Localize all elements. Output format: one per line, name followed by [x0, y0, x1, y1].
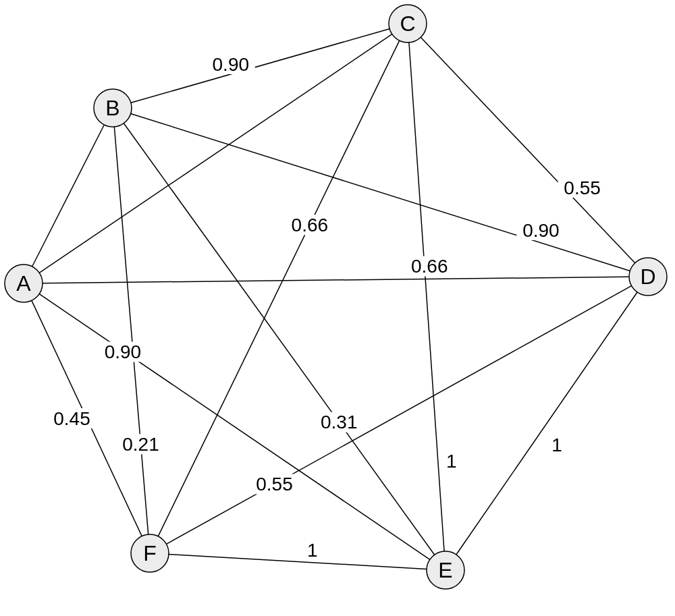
node-label-E: E: [438, 558, 452, 582]
edge-weight-D-F: 0.55: [256, 474, 293, 495]
edge-weight-C-E: 1: [446, 451, 457, 472]
edge-weight-A-F: 0.45: [53, 408, 90, 429]
edge-weight-E-F: 1: [307, 540, 318, 561]
node-D: D: [629, 258, 667, 296]
node-E: E: [427, 551, 464, 589]
edge-C-F: [158, 40, 399, 536]
node-label-D: D: [640, 264, 655, 289]
edge-weight-B-D: 0.90: [522, 220, 560, 241]
edge-weight-B-E: 0.31: [321, 412, 358, 432]
nodes-layer: ABCDEF: [5, 5, 667, 589]
edge-B-C: [131, 29, 389, 103]
node-label-A: A: [16, 271, 31, 296]
node-F: F: [131, 534, 169, 572]
node-B: B: [94, 89, 132, 127]
edge-weight-B-F: 0.21: [122, 434, 159, 455]
edge-A-B: [32, 125, 105, 267]
graph-diagram: 0.660.900.450.900.900.310.210.5510.6610.…: [0, 0, 675, 616]
edge-A-D: [43, 277, 629, 283]
edge-weight-C-F: 0.66: [292, 215, 329, 235]
edge-labels-layer: 0.660.900.450.900.900.310.210.5510.6610.…: [48, 54, 607, 561]
edge-weight-A-E: 0.90: [105, 341, 142, 362]
edge-C-E: [409, 43, 444, 551]
edge-weight-D-E: 1: [551, 435, 562, 455]
edge-B-D: [131, 113, 630, 271]
node-label-F: F: [143, 541, 157, 565]
node-C: C: [389, 5, 427, 43]
edge-A-E: [39, 294, 430, 560]
edge-B-F: [114, 127, 148, 534]
edge-E-F: [169, 555, 427, 569]
node-label-B: B: [105, 96, 119, 120]
edge-weight-B-C: 0.90: [213, 54, 250, 75]
edge-weight-C-D: 0.55: [564, 177, 601, 198]
edge-D-E: [456, 292, 637, 555]
edge-weight-A-D: 0.66: [411, 256, 448, 277]
node-A: A: [5, 264, 43, 302]
node-label-C: C: [400, 11, 415, 36]
